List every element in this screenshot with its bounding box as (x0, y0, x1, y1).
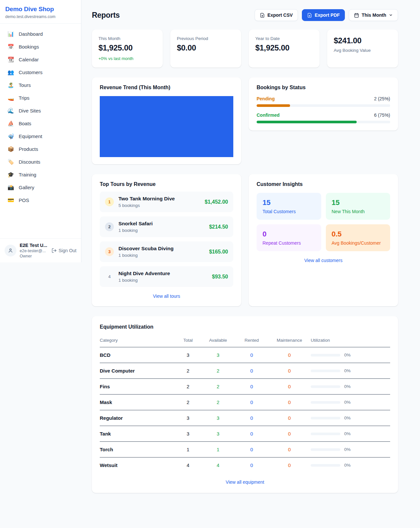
table-row: BCD 3 3 0 0 0% (100, 347, 390, 363)
stat-value: $241.00 (334, 36, 391, 45)
progress-track (257, 104, 390, 107)
cell-available: 3 (201, 410, 235, 426)
sidebar-item-dashboard[interactable]: 📊 Dashboard (3, 28, 78, 40)
gallery-icon: 📸 (7, 184, 14, 191)
utilization-bar (311, 385, 340, 388)
cell-total: 3 (175, 410, 201, 426)
utilization-bar (311, 370, 340, 372)
table-row: Regulator 3 3 0 0 0% (100, 410, 390, 426)
tour-revenue: $1,452.00 (205, 199, 228, 205)
user-name: E2E Test U... (20, 243, 48, 248)
cell-total: 3 (175, 426, 201, 442)
view-all-customers-link[interactable]: View all customers (304, 258, 342, 263)
cell-rented: 0 (235, 395, 268, 410)
sidebar-item-calendar[interactable]: 📆 Calendar (3, 53, 78, 66)
cell-available: 1 (201, 442, 235, 457)
cell-total: 3 (175, 347, 201, 363)
status-row-confirmed: Confirmed 6 (75%) (257, 112, 390, 123)
status-label: Pending (257, 96, 275, 101)
cell-category: Torch (100, 442, 175, 457)
sign-out-button[interactable]: Sign Out (52, 248, 76, 253)
cell-category: Mask (100, 395, 175, 410)
stat-card-previous-period: Previous Period $0.00 (170, 30, 241, 68)
period-select[interactable]: This Month (349, 9, 398, 21)
header-actions: Export CSV Export PDF This Month (255, 9, 398, 21)
sidebar-item-discounts[interactable]: 🏷️ Discounts (3, 155, 78, 168)
stat-delta: +0% vs last month (98, 56, 156, 61)
sidebar-item-gallery[interactable]: 📸 Gallery (3, 181, 78, 194)
stat-card-avg-booking-value: $241.00 Avg Booking Value (327, 30, 398, 68)
cell-maintenance: 0 (268, 457, 311, 473)
sidebar-item-equipment[interactable]: 🤿 Equipment (3, 130, 78, 143)
calendar-icon: 📆 (7, 56, 14, 63)
cell-rented: 0 (235, 410, 268, 426)
tile-label: Total Customers (262, 209, 315, 214)
sidebar-item-products[interactable]: 📦 Products (3, 143, 78, 155)
col-available: Available (201, 335, 235, 347)
tour-revenue: $165.00 (209, 249, 228, 255)
tile-value: 0 (262, 230, 315, 238)
cell-utilization: 0% (344, 447, 351, 452)
top-tours-card: Top Tours by Revenue 1 Two Tank Morning … (92, 174, 241, 306)
cell-category: Fins (100, 379, 175, 395)
status-label: Confirmed (257, 112, 280, 118)
main-content: Reports Export CSV Export PDF (81, 0, 420, 506)
tour-name: Discover Scuba Diving (118, 246, 174, 251)
sidebar-item-pos[interactable]: 💳 POS (3, 194, 78, 207)
customer-insights-title: Customer Insights (257, 181, 390, 187)
sidebar-item-training[interactable]: 🎓 Training (3, 168, 78, 181)
sidebar-item-dive-sites[interactable]: 🌊 Dive Sites (3, 104, 78, 117)
sidebar-item-label: Equipment (19, 133, 42, 139)
sidebar-item-label: Products (19, 146, 38, 152)
table-row: Wetsuit 4 4 0 0 0% (100, 457, 390, 473)
customers-icon: 👥 (7, 69, 14, 75)
view-all-tours-link[interactable]: View all tours (153, 294, 180, 299)
bookings-by-status-card: Bookings by Status Pending 2 (25%) Confi… (249, 77, 398, 131)
export-pdf-button[interactable]: Export PDF (302, 9, 345, 21)
cell-category: BCD (100, 347, 175, 363)
stat-label: Avg Booking Value (334, 48, 391, 53)
page-header: Reports Export CSV Export PDF (92, 9, 398, 21)
equipment-table: Category Total Available Rented Maintena… (100, 335, 390, 473)
tour-name: Night Dive Adventure (118, 271, 170, 276)
sidebar-item-trips[interactable]: 🚤 Trips (3, 91, 78, 104)
sidebar-item-customers[interactable]: 👥 Customers (3, 66, 78, 79)
sidebar-item-tours[interactable]: 🏝️ Tours (3, 79, 78, 91)
insights-grid: 15 Total Customers 15 New This Month 0 R… (257, 193, 390, 251)
calendar-icon (354, 13, 359, 18)
cell-utilization: 0% (344, 416, 351, 420)
tile-value: 0.5 (332, 230, 385, 238)
export-csv-button[interactable]: Export CSV (255, 9, 298, 21)
top-tours-title: Top Tours by Revenue (100, 181, 233, 187)
tile-avg-bookings-customer: 0.5 Avg Bookings/Customer (326, 224, 390, 251)
sidebar-item-bookings[interactable]: 📅 Bookings (3, 40, 78, 53)
cell-rented: 0 (235, 347, 268, 363)
view-all-equipment-link[interactable]: View all equipment (226, 479, 264, 485)
sidebar-item-label: POS (19, 197, 29, 203)
table-row: Mask 2 2 0 0 0% (100, 395, 390, 410)
utilization-bar (311, 354, 340, 356)
col-maintenance: Maintenance (268, 335, 311, 347)
cell-maintenance: 0 (268, 363, 311, 379)
cell-total: 2 (175, 379, 201, 395)
revenue-trend-card: Revenue Trend (This Month) (92, 77, 241, 164)
status-count: 6 (75%) (374, 112, 390, 118)
rank-badge: 2 (105, 222, 114, 231)
revenue-trend-title: Revenue Trend (This Month) (100, 85, 233, 91)
bookings-icon: 📅 (7, 44, 14, 50)
stat-value: $1,925.00 (98, 43, 156, 52)
rank-badge: 3 (105, 247, 114, 256)
stat-card-year-to-date: Year to Date $1,925.00 (249, 30, 320, 68)
sidebar-item-boats[interactable]: ⛵ Boats (3, 117, 78, 130)
cell-available: 2 (201, 379, 235, 395)
status-count: 2 (25%) (374, 96, 390, 101)
tour-row: 3 Discover Scuba Diving 1 booking $165.0… (100, 241, 233, 262)
tour-bookings: 1 booking (118, 228, 204, 233)
cell-rented: 0 (235, 426, 268, 442)
cell-total: 2 (175, 363, 201, 379)
stat-label: Year to Date (255, 36, 313, 41)
col-utilization: Utilization (311, 335, 390, 347)
col-rented: Rented (235, 335, 268, 347)
cell-category: Dive Computer (100, 363, 175, 379)
user-email: e2e-tester@... (20, 249, 48, 253)
